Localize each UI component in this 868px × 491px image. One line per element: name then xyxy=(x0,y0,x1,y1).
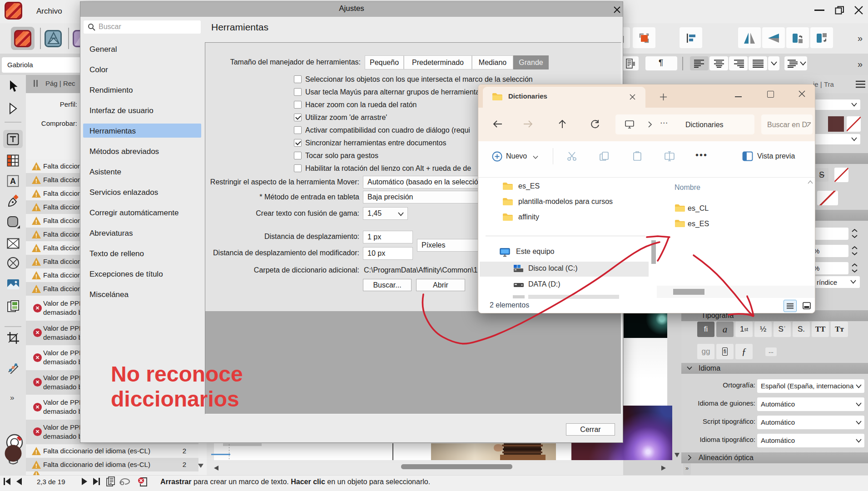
svg-text:A: A xyxy=(10,177,16,186)
